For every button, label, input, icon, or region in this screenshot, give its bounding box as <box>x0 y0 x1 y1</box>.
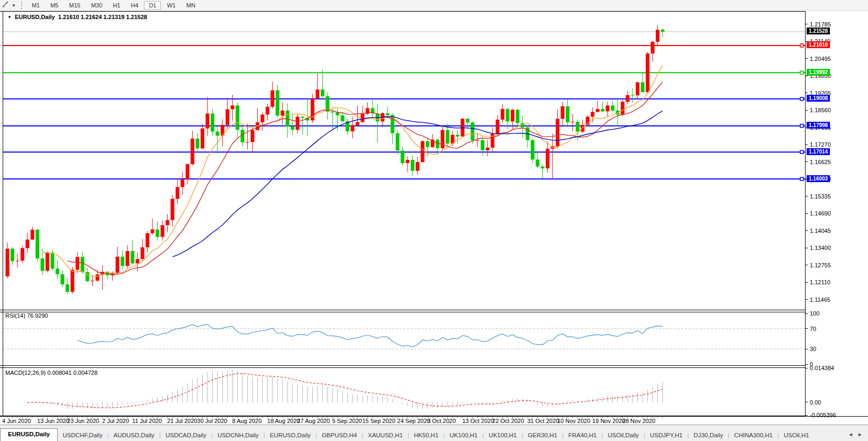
chart-tab-dj30-daily[interactable]: DJ30,Daily <box>689 430 728 441</box>
chart-tab-china300-h1[interactable]: CHINA300,H1 <box>729 430 777 441</box>
chart-tab-eurusd-daily[interactable]: EURUSD,Daily <box>265 430 315 441</box>
price-tick-label: 1.18560 <box>810 107 831 113</box>
price-badge: 1.21528 <box>807 28 830 34</box>
date-tick-label: 30 Jul 2020 <box>197 418 228 424</box>
candle <box>531 140 535 160</box>
rsi-indicator-panel[interactable] <box>3 312 805 365</box>
timeframe-button-h1[interactable]: H1 <box>108 1 125 10</box>
candle <box>215 132 219 136</box>
date-tick-label: 21 Jul 2020 <box>167 418 197 424</box>
trading-platform-window: ▼ M1M5M15M30H1H4D1W1MN ▼ EURUSD,Daily 1.… <box>0 0 868 441</box>
fast-ma-line <box>42 65 663 276</box>
price-tick-label: 1.13400 <box>810 245 831 251</box>
main-price-chart[interactable] <box>3 12 805 310</box>
chart-tab-uk100-h1[interactable]: UK100,H1 <box>445 430 482 441</box>
date-tick-label: 23 Jun 2020 <box>67 418 100 424</box>
candle <box>51 253 55 268</box>
candle <box>576 122 580 132</box>
candle <box>135 259 139 263</box>
candle <box>426 141 429 147</box>
candle <box>266 107 269 115</box>
candle <box>571 122 574 122</box>
tab-scroll-right-icon[interactable]: ► <box>857 431 863 437</box>
timeframe-button-m15[interactable]: M15 <box>64 1 85 10</box>
chart-tab-uk100-h1[interactable]: UK100,H1 <box>484 430 521 441</box>
candle <box>415 162 419 171</box>
tab-scroll-left-icon[interactable]: ◄ <box>848 431 853 437</box>
timeframe-button-m30[interactable]: M30 <box>86 1 107 10</box>
macd-indicator-panel[interactable] <box>3 368 805 415</box>
chevron-down-icon[interactable]: ▼ <box>12 3 16 8</box>
candle <box>191 139 194 164</box>
date-tick-label: 13 Jun 2020 <box>37 418 69 424</box>
candle <box>301 116 304 118</box>
chart-tab-usdchf-daily[interactable]: USDCHF,Daily <box>58 430 107 441</box>
candle <box>156 229 159 237</box>
candle <box>566 106 569 122</box>
macd-label: MACD(12,26,9) 0.008041 0.004728 <box>5 370 97 376</box>
price-axis[interactable]: 1.217851.211401.204951.198501.192051.185… <box>806 11 868 416</box>
candle <box>401 150 404 163</box>
chart-tab-xauusd-h1[interactable]: XAUUSD,H1 <box>363 430 408 441</box>
candle <box>6 249 10 276</box>
chart-tab-hk50-h1[interactable]: HK50,H1 <box>409 430 444 441</box>
candle <box>56 268 59 274</box>
candle <box>121 257 124 266</box>
price-tick-label: 1.12755 <box>810 262 831 268</box>
candle <box>646 53 649 92</box>
candle <box>506 109 510 122</box>
chart-tab-fra40-h1[interactable]: FRA40,H1 <box>564 430 602 441</box>
chart-dropdown-icon[interactable]: ▼ <box>7 15 12 20</box>
chart-tab-usdcnh-daily[interactable]: USDCNH,Daily <box>213 430 264 441</box>
candle <box>166 220 169 226</box>
chart-tab-usdcad-daily[interactable]: USDCAD,Daily <box>161 430 211 441</box>
chart-tab-ger30-h1[interactable]: GER30,H1 <box>523 430 562 441</box>
timeframe-button-h4[interactable]: H4 <box>126 1 143 10</box>
price-badge: 1.19992 <box>807 69 830 76</box>
rsi-separator-top[interactable] <box>0 310 868 310</box>
timeframe-toolbar: ▼ M1M5M15M30H1H4D1W1MN <box>0 0 868 11</box>
timeframe-button-d1[interactable]: D1 <box>144 1 161 10</box>
candle <box>206 113 210 128</box>
candle <box>360 114 364 122</box>
timeframe-button-m1[interactable]: M1 <box>27 1 44 10</box>
timeframe-button-mn[interactable]: MN <box>182 1 200 10</box>
candle <box>621 102 625 114</box>
date-tick-label: 31 Oct 2020 <box>527 418 559 424</box>
candle <box>66 284 69 292</box>
candle <box>336 112 339 115</box>
candle <box>356 122 359 125</box>
chart-tab-usoil-h1[interactable]: USOil,H1 <box>779 430 814 441</box>
candle <box>25 240 29 248</box>
chart-tab-audusd-daily[interactable]: AUDUSD,Daily <box>109 430 159 441</box>
macd-separator-top[interactable] <box>0 365 868 366</box>
candle <box>96 275 100 281</box>
candle <box>456 135 459 137</box>
cursor-tool-button[interactable]: ▼ <box>0 1 18 10</box>
candle <box>396 133 400 151</box>
price-tick-label: 1.17270 <box>810 141 831 148</box>
chart-tab-usoil-daily[interactable]: USOil,Daily <box>603 430 644 441</box>
price-badge: 1.17998 <box>807 122 830 129</box>
candle <box>651 42 655 53</box>
chart-tab-eurusd-daily[interactable]: EURUSD,Daily <box>0 428 58 441</box>
timeframe-button-m5[interactable]: M5 <box>46 1 63 10</box>
candle <box>296 116 300 130</box>
candle <box>351 125 355 132</box>
candle <box>246 142 249 142</box>
timeframe-button-w1[interactable]: W1 <box>162 1 180 10</box>
candle <box>661 30 664 32</box>
candle <box>170 199 174 220</box>
date-tick-label: 5 Sep 2020 <box>332 418 362 424</box>
price-tick-label: 1.20495 <box>810 56 831 62</box>
candle <box>476 140 480 141</box>
candle <box>60 274 64 284</box>
price-tick-label: 1.12110 <box>810 279 830 285</box>
chart-tab-usdjpy-h1[interactable]: USDJPY,H1 <box>645 430 688 441</box>
chart-ohlc-values: 1.21610 1.21624 1.21319 1.21528 <box>58 14 147 20</box>
date-tick-label: 4 Jun 2020 <box>2 418 31 424</box>
date-tick-label: 11 Jul 2020 <box>132 418 162 424</box>
chart-tab-gbpusd-h4[interactable]: GBPUSD,H4 <box>317 430 361 441</box>
toolbar-grip-handle[interactable] <box>21 2 22 9</box>
price-tick-label: 1.21785 <box>810 21 831 28</box>
